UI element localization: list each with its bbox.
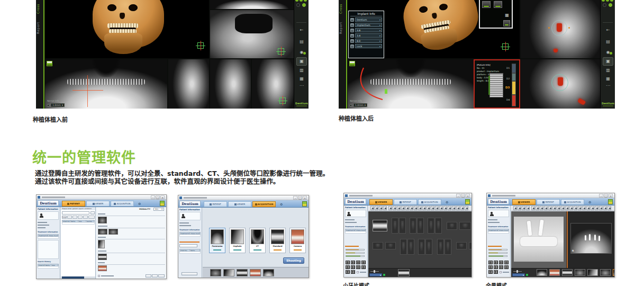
card-standard[interactable]: Standard [269,228,286,253]
gallery-icon[interactable]: ▦ [294,75,309,83]
tool-button[interactable] [401,206,405,210]
tab-acquisition[interactable]: ACQUISITION [252,201,276,207]
tool-button[interactable] [414,206,418,210]
gallery-icon[interactable]: ▦ [601,75,615,83]
tool-button[interactable] [443,206,447,210]
hscroll-thumb[interactable] [62,276,84,279]
xray-thumbnail[interactable] [108,229,118,235]
progress-bar-gamma[interactable] [488,255,507,257]
close-button[interactable]: × [609,194,613,198]
tool-button[interactable] [536,206,539,210]
tool-button[interactable] [526,206,530,210]
history-table-row[interactable] [179,252,201,254]
progress-bar-contrast[interactable] [488,252,507,254]
strip-thumbnail[interactable] [549,269,560,276]
strip-thumbnail[interactable] [537,269,547,276]
green-checkbox[interactable] [526,274,528,276]
minimize-button[interactable]: – [599,194,603,198]
treatment-table-row[interactable] [179,235,201,237]
settings-gear-icon[interactable]: ⚙ [446,200,448,204]
film-slot[interactable] [459,222,471,230]
layout-button[interactable] [488,270,493,274]
film-slot[interactable] [447,222,457,230]
tool-button[interactable] [544,206,548,210]
toolbar-dot[interactable] [606,0,609,2]
film-slot[interactable] [425,239,432,255]
tool-button[interactable] [513,206,517,210]
treatment-table-row[interactable] [488,231,509,234]
tool-button[interactable] [375,206,378,210]
nerve-checkbox[interactable] [350,104,352,106]
tool-button[interactable] [448,206,451,210]
tool-button[interactable] [540,206,543,210]
tab-acquisition[interactable]: ACQUISITION [561,199,584,205]
tab-acquisition[interactable]: ACQUISITION [418,199,441,205]
film-slot[interactable] [407,239,414,255]
tool-button[interactable] [410,206,413,210]
layout-button[interactable] [361,265,366,269]
action-button[interactable] [158,274,165,278]
volume-3d-pane[interactable]: Implant Info Dentium▾ Implantium▾ 3.8▾ 3… [348,0,520,58]
implant-body-dropdown[interactable]: 3.4▾ [355,33,382,38]
treatment-table-row[interactable] [345,231,366,234]
periapical-pane[interactable] [511,211,566,268]
filter-button[interactable] [72,216,77,219]
skull-view-icon[interactable] [482,1,491,8]
info-checkbox[interactable] [357,271,359,273]
tab-acquisition[interactable]: ACQUISITION [111,201,134,207]
implant-lock-dropdown[interactable]: Lock▾ [355,44,382,48]
ceph-thumbnail[interactable] [98,240,105,248]
tool-button[interactable] [561,206,565,210]
settings-gear-icon[interactable]: ⚙ [280,202,283,206]
ct-thumbnail[interactable] [98,217,107,224]
window-titlebar[interactable]: – □ × [37,195,166,200]
tool-button[interactable] [569,206,573,210]
tool-button[interactable] [548,206,552,210]
tool-button[interactable] [552,206,556,210]
film-slot[interactable] [399,218,406,234]
tool-button[interactable] [591,206,594,210]
progress-bar-contrast[interactable] [346,252,365,254]
crosshair-marker[interactable] [278,48,284,55]
card-camera[interactable]: Camera [289,228,306,253]
camera-icon[interactable]: ▣ [296,57,307,66]
tab-report[interactable]: Report [36,19,43,37]
implant-platform-dropdown[interactable]: 3.8▾ [355,28,382,32]
tool-button[interactable] [578,206,582,210]
shooting-button[interactable]: Shooting [283,257,304,264]
progress-bar-brightness[interactable] [346,249,365,251]
close-button[interactable]: × [466,194,470,198]
history-search-input[interactable] [179,244,197,247]
implant-length-dropdown[interactable]: 8.0▾ [355,39,382,43]
strip-thumbnail[interactable] [600,269,611,276]
layout-button[interactable] [351,261,355,264]
tool-button[interactable] [405,206,409,210]
layout-button[interactable] [356,261,360,264]
tab-viewer[interactable]: VIEWER [228,201,251,207]
back-arrow-icon[interactable]: ← [601,26,615,34]
window-titlebar[interactable]: – □ × [487,193,614,198]
strip-thumbnail[interactable] [587,269,598,276]
slider-knob[interactable] [516,270,518,273]
progress-bar-gamma[interactable] [346,255,365,257]
tool-button[interactable] [460,206,464,210]
tool-button[interactable] [418,206,422,210]
layout-button[interactable] [356,265,360,269]
sagittal-slice-pane[interactable] [210,10,294,58]
strip-thumbnail[interactable] [210,269,221,276]
print-icon[interactable]: ▤ [601,38,615,46]
layout-button[interactable] [488,265,493,269]
layer-toggle-icon[interactable] [302,3,306,7]
toolbar-dot[interactable] [610,0,613,2]
layout-button[interactable] [504,265,509,269]
mpr-grid-icon[interactable]: ▦ [502,12,512,19]
film-slot[interactable] [410,218,416,234]
tab-viewer[interactable]: VIEWER [86,201,110,207]
window-titlebar[interactable]: – □ × [178,195,309,200]
tool-button[interactable] [607,206,611,210]
layout-button[interactable] [494,265,498,269]
strip-thumbnail[interactable] [237,269,248,276]
nerve-width-dropdown[interactable]: 1.0mm▾ [51,103,65,107]
window-titlebar[interactable]: – □ × [344,193,471,198]
layout-button[interactable] [361,261,366,264]
